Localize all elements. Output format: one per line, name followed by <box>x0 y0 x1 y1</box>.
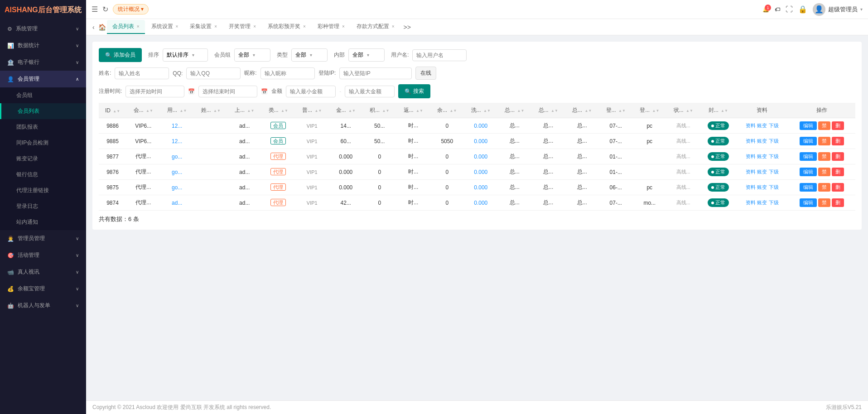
nickname-input[interactable] <box>260 67 315 79</box>
sort-arrows-seal[interactable]: ▲▼ <box>721 109 728 113</box>
edit-button[interactable]: 编辑 <box>800 168 817 176</box>
ban-button[interactable]: 禁 <box>818 168 830 176</box>
sort-select[interactable]: 默认排序 ▾ <box>163 48 208 62</box>
sort-arrows-type[interactable]: ▲▼ <box>281 109 288 113</box>
sidebar-item-admin-management[interactable]: 👨‍💼 管理员管理 ∨ <box>0 230 86 247</box>
delete-button[interactable]: 删 <box>832 198 844 207</box>
sidebar-item-ebank[interactable]: 🏦 电子银行 ∨ <box>0 54 86 71</box>
username-input[interactable] <box>412 49 467 61</box>
max-amount-input[interactable] <box>345 86 395 97</box>
edit-button[interactable]: 编辑 <box>800 198 817 207</box>
sort-arrows-user[interactable]: ▲▼ <box>180 109 187 113</box>
tab-close-icon[interactable]: × <box>176 24 178 29</box>
tab-nav-more[interactable]: >> <box>401 23 414 32</box>
sidebar-item-system-management[interactable]: ⚙ 系统管理 ∨ <box>0 20 86 37</box>
profile-btn[interactable]: 资料 <box>746 184 756 191</box>
delete-button[interactable]: 删 <box>832 152 844 161</box>
subordinate-btn[interactable]: 下级 <box>769 153 779 160</box>
sort-arrows-wash[interactable]: ▲▼ <box>483 109 491 113</box>
tab-close-icon[interactable]: × <box>214 24 217 29</box>
sidebar-item-agent-reg-link[interactable]: 代理注册链接 <box>0 183 86 198</box>
account-change-btn[interactable]: 账变 <box>757 184 767 191</box>
delete-button[interactable]: 删 <box>832 121 844 130</box>
name-input[interactable] <box>115 67 169 79</box>
expand-icon[interactable]: ⛶ <box>786 5 793 14</box>
sort-arrows-status[interactable]: ▲▼ <box>686 109 693 113</box>
member-group-select[interactable]: 全部 ▾ <box>234 48 270 62</box>
sidebar-item-login-log[interactable]: 登录日志 <box>0 198 86 214</box>
delete-button[interactable]: 删 <box>832 168 844 176</box>
subordinate-btn[interactable]: 下级 <box>769 199 779 206</box>
tab-member-list[interactable]: 会员列表 × <box>107 20 145 34</box>
sidebar-item-member-group[interactable]: 会员组 <box>0 87 86 103</box>
sidebar-item-activity-management[interactable]: 🎯 活动管理 ∨ <box>0 247 86 264</box>
login-ip-input[interactable] <box>339 67 412 79</box>
sort-arrows-rebate[interactable]: ▲▼ <box>416 109 423 113</box>
edit-button[interactable]: 编辑 <box>800 121 817 130</box>
refresh-icon[interactable]: ↻ <box>102 5 108 14</box>
sort-arrows-balance[interactable]: ▲▼ <box>450 109 457 113</box>
ban-button[interactable]: 禁 <box>818 152 830 161</box>
ban-button[interactable]: 禁 <box>818 198 830 207</box>
sort-arrows-amount[interactable]: ▲▼ <box>348 109 356 113</box>
profile-btn[interactable]: 资料 <box>746 199 756 206</box>
end-time-input[interactable] <box>198 86 257 97</box>
sort-arrows-login-device[interactable]: ▲▼ <box>652 109 660 113</box>
sort-arrows-points[interactable]: ▲▼ <box>382 109 390 113</box>
internal-select[interactable]: 全部 ▾ <box>348 48 385 62</box>
tab-deposit-config[interactable]: 存款方式配置 × <box>351 20 400 34</box>
subordinate-btn[interactable]: 下级 <box>769 168 779 175</box>
sort-arrows-total3[interactable]: ▲▼ <box>585 109 592 113</box>
type-select[interactable]: 全部 ▾ <box>291 48 328 62</box>
account-change-btn[interactable]: 账变 <box>757 138 767 144</box>
subordinate-btn[interactable]: 下级 <box>769 122 779 129</box>
tab-close-icon[interactable]: × <box>392 24 395 29</box>
profile-btn[interactable]: 资料 <box>746 168 756 175</box>
sidebar-item-balance-management[interactable]: 💰 余额宝管理 ∨ <box>0 280 86 297</box>
tab-system-lottery[interactable]: 系统彩预开奖 × <box>262 20 311 34</box>
lock-icon[interactable]: 🔒 <box>798 5 807 14</box>
stat-overview-badge[interactable]: 统计概况 ▾ <box>113 4 149 14</box>
sidebar-item-robot[interactable]: 🤖 机器人与发单 ∨ <box>0 297 86 314</box>
tab-close-icon[interactable]: × <box>303 24 306 29</box>
notification-bell[interactable]: 🔔 1 <box>762 6 769 13</box>
edit-button[interactable]: 编辑 <box>800 137 817 145</box>
sidebar-item-member-list[interactable]: 会员列表 <box>0 103 86 119</box>
profile-btn[interactable]: 资料 <box>746 138 756 144</box>
sort-arrows-level[interactable]: ▲▼ <box>315 109 322 113</box>
subordinate-btn[interactable]: 下级 <box>769 184 779 191</box>
online-badge[interactable]: 在线 <box>415 67 436 80</box>
account-change-btn[interactable]: 账变 <box>757 153 767 160</box>
ban-button[interactable]: 禁 <box>818 121 830 130</box>
qq-input[interactable] <box>186 67 241 79</box>
profile-btn[interactable]: 资料 <box>746 122 756 129</box>
tab-collect-settings[interactable]: 采集设置 × <box>184 20 222 34</box>
account-change-btn[interactable]: 账变 <box>757 199 767 206</box>
sidebar-item-team-report[interactable]: 团队报表 <box>0 119 86 135</box>
start-time-input[interactable] <box>125 86 184 97</box>
delete-button[interactable]: 删 <box>832 183 844 192</box>
tag-icon[interactable]: 🏷 <box>775 6 780 13</box>
sort-arrows-total1[interactable]: ▲▼ <box>517 109 525 113</box>
user-info[interactable]: 👤 超级管理员 ▾ <box>813 3 863 16</box>
account-change-btn[interactable]: 账变 <box>757 122 767 129</box>
sort-arrows-name[interactable]: ▲▼ <box>213 109 221 113</box>
sidebar-item-same-ip[interactable]: 同IP会员检测 <box>0 135 86 151</box>
edit-button[interactable]: 编辑 <box>800 183 817 192</box>
min-amount-input[interactable] <box>286 86 336 97</box>
sidebar-item-member-management[interactable]: 👤 会员管理 ∧ <box>0 71 86 87</box>
sort-arrows-parent[interactable]: ▲▼ <box>247 109 255 113</box>
tab-close-icon[interactable]: × <box>342 24 345 29</box>
sort-arrows-login-time[interactable]: ▲▼ <box>618 109 626 113</box>
edit-button[interactable]: 编辑 <box>800 152 817 161</box>
tab-system-settings[interactable]: 系统设置 × <box>146 20 184 34</box>
delete-button[interactable]: 删 <box>832 137 844 145</box>
sidebar-item-live-video[interactable]: 📹 真人视讯 ∨ <box>0 264 86 280</box>
tab-nav-back[interactable]: ‹ <box>90 23 97 32</box>
ban-button[interactable]: 禁 <box>818 137 830 145</box>
tab-close-icon[interactable]: × <box>137 24 140 29</box>
sort-arrows-total2[interactable]: ▲▼ <box>551 109 558 113</box>
account-change-btn[interactable]: 账变 <box>757 168 767 175</box>
sort-arrows-group[interactable]: ▲▼ <box>146 109 153 113</box>
collapse-icon[interactable]: ☰ <box>92 5 98 14</box>
